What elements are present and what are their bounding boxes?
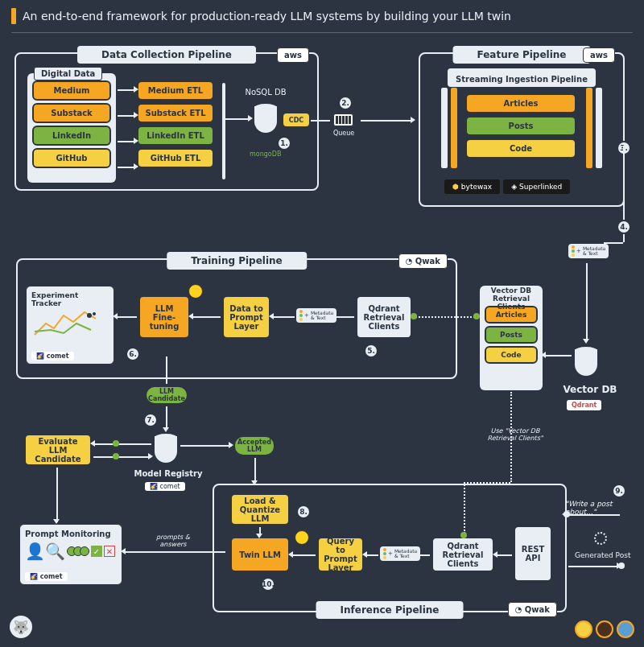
etl-substack: Substack ETL	[137, 103, 214, 123]
source-github: GitHub	[32, 148, 111, 168]
inference-pipeline-title: Inference Pipeline	[316, 601, 464, 619]
retrieval-clients-panel: Vector DB Retrieval Clients Articles Pos…	[480, 286, 543, 390]
data-to-prompt-box: Data to Prompt Layer	[222, 295, 270, 339]
step-10: 10.	[261, 577, 275, 591]
comet-logo-3: 🌠 comet	[25, 572, 68, 581]
etl-linkedin: LinkedIn ETL	[137, 126, 214, 146]
vector-db-label: Vector DB	[562, 384, 618, 395]
comet-logo-1: 🌠 comet	[31, 352, 74, 361]
step-4: 4.	[617, 220, 631, 234]
huggingface-icon-2	[295, 530, 309, 545]
qwak-badge-2: ◔ Qwak	[508, 602, 557, 617]
chart-icon	[31, 307, 102, 340]
metadata-text-3: +Metadata& Text	[380, 546, 420, 561]
source-substack: Substack	[32, 103, 111, 123]
superlinked-logo: ◈Superlinked	[503, 179, 570, 194]
stream-articles: Articles	[465, 93, 576, 113]
data-collection-title: Data Collection Pipeline	[77, 46, 256, 64]
retrieval-clients-label: Vector DB Retrieval Clients	[483, 287, 539, 311]
queue-icon	[333, 113, 353, 126]
step-2: 2.	[338, 96, 353, 110]
rest-api-box: REST API	[514, 525, 552, 582]
experiment-tracker: Experiment Tracker 🌠 comet	[26, 286, 114, 365]
avatar-3	[617, 620, 634, 638]
digital-data-panel: Digital Data Medium Substack LinkedIn Gi…	[27, 73, 116, 183]
spinner-icon	[594, 532, 607, 545]
etl-medium: Medium ETL	[137, 80, 214, 101]
training-pipeline-title: Training Pipeline	[167, 252, 307, 270]
model-registry-icon	[153, 432, 179, 464]
nosql-label: NoSQL DB	[242, 88, 290, 97]
cdc-box: CDC	[282, 112, 311, 128]
nosql-db-icon	[253, 102, 279, 134]
qdrant-logo: Qdrant	[567, 400, 601, 410]
prompt-monitoring-panel: Prompt Monitoring 👤🔍 ✓ ✕ 🌠 comet	[19, 524, 122, 585]
step-5: 5.	[364, 344, 378, 358]
title-bar: An end-to-end framework for production-r…	[0, 0, 644, 32]
svg-point-1	[93, 312, 96, 315]
step-1: 1.	[277, 136, 291, 150]
stream-posts: Posts	[465, 116, 576, 136]
title-accent	[11, 8, 16, 24]
qdrant-retrieval-clients-2: Qdrant Retrieval Clients	[431, 537, 494, 572]
rc-code: Code	[485, 346, 538, 364]
llm-candidate-box: LLM Candidate	[145, 385, 188, 405]
author-avatars	[575, 620, 634, 638]
digital-data-label: Digital Data	[34, 67, 102, 80]
svg-point-0	[87, 313, 92, 318]
etl-github: GitHub ETL	[137, 148, 214, 168]
aws-badge: aws	[277, 47, 309, 63]
data-collection-panel: Data Collection Pipeline aws Digital Dat…	[14, 52, 319, 191]
page-title: An end-to-end framework for production-r…	[23, 10, 511, 23]
step-6: 6.	[126, 347, 140, 361]
wolf-logo-icon: 🐺	[10, 616, 32, 638]
comet-logo-2: 🌠 comet	[145, 482, 185, 491]
mongodb-logo: mongoDB	[250, 150, 281, 158]
metadata-text-2: +Metadata& Text	[296, 308, 336, 323]
step-8: 8.	[296, 505, 311, 519]
feature-pipeline-panel: Feature Pipeline aws Streaming Ingestion…	[419, 52, 625, 207]
qdrant-retrieval-clients-1: Qdrant Retrieval Clients	[356, 295, 412, 339]
generated-post-label: Generated Post	[575, 551, 630, 559]
streaming-title: Streaming Ingestion Pipeline	[448, 68, 596, 87]
twin-llm-box: Twin LLM	[230, 537, 290, 572]
load-quantize-box: Load & Quantize LLM	[230, 493, 290, 525]
experiment-tracker-label: Experiment Tracker	[31, 291, 109, 307]
brand-bar: ⬢bytewax ◈Superlinked	[444, 179, 570, 194]
huggingface-icon-1	[188, 284, 203, 299]
evaluate-box: Evaluate LLM Candidate	[24, 434, 92, 466]
use-clients-note: Use "Vector DB Retrieval Clients"	[483, 427, 547, 442]
queue-label: Queue	[333, 130, 354, 137]
rc-posts: Posts	[485, 326, 538, 344]
aws-badge-2: aws	[583, 47, 615, 63]
accepted-llm-box: Accepted LLM	[233, 435, 275, 456]
feature-pipeline-title: Feature Pipeline	[452, 46, 590, 64]
diagram-canvas: Data Collection Pipeline aws Digital Dat…	[0, 33, 644, 645]
step-9: 9.	[612, 484, 626, 498]
source-linkedin: LinkedIn	[32, 126, 111, 146]
step-7: 7.	[143, 413, 158, 427]
llm-finetuning-box: LLM Fine-tuning	[138, 295, 190, 339]
training-pipeline-panel: Training Pipeline ◔ Qwak Experiment Trac…	[16, 258, 457, 379]
query-to-prompt-box: Query to Prompt Layer	[317, 537, 364, 572]
vector-db-icon	[573, 345, 599, 377]
user-prompt-label: "Write a post about..."	[565, 500, 644, 516]
bytewax-logo: ⬢bytewax	[444, 179, 500, 194]
model-registry-label: Model Registry	[132, 469, 204, 478]
avatar-2	[596, 620, 613, 638]
prompt-monitoring-label: Prompt Monitoring	[25, 530, 117, 538]
prompts-answers-label: prompts & answers	[145, 534, 201, 548]
qwak-badge: ◔ Qwak	[398, 253, 448, 269]
avatar-1	[575, 620, 592, 638]
source-medium: Medium	[32, 80, 111, 101]
metadata-text-1: +Metadata& Text	[568, 244, 609, 258]
stream-code: Code	[465, 138, 576, 159]
inference-pipeline-panel: Inference Pipeline ◔ Qwak Load & Quantiz…	[213, 484, 567, 612]
